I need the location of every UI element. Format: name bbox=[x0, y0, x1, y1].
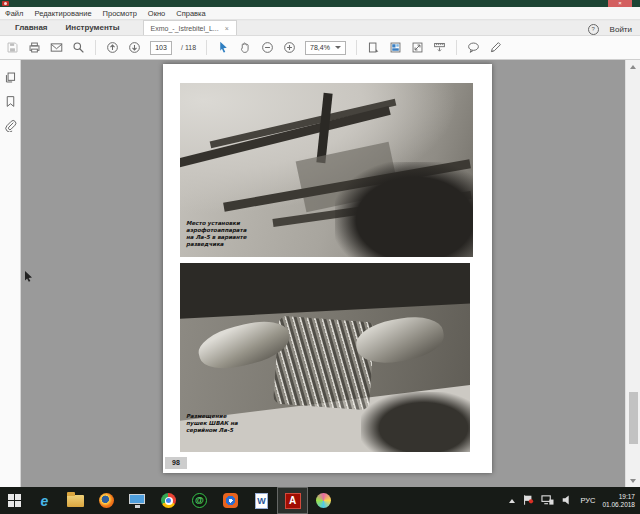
scrollbar-thumb[interactable] bbox=[629, 392, 638, 444]
zoom-out-icon[interactable] bbox=[261, 41, 274, 54]
caption-shvak-guns: Размещение пушек ШВАК на серийном Ла-5 bbox=[186, 413, 238, 434]
menu-window[interactable]: Окно bbox=[148, 9, 165, 18]
search-icon[interactable] bbox=[72, 41, 85, 54]
mail-agent-icon: @ bbox=[192, 493, 207, 508]
volume-icon[interactable] bbox=[561, 492, 573, 510]
hand-tool-icon[interactable] bbox=[239, 41, 252, 54]
caption-camera-mount: Место установки аэрофотоаппарата на Ла-5… bbox=[186, 220, 247, 248]
menu-bar: Файл Редактирование Просмотр Окно Справк… bbox=[0, 7, 640, 20]
page-view-icon[interactable] bbox=[389, 41, 402, 54]
taskbar-photo-viewer[interactable] bbox=[215, 487, 246, 514]
printed-page-number: 98 bbox=[165, 457, 187, 469]
menu-view[interactable]: Просмотр bbox=[103, 9, 137, 18]
toolbar-separator bbox=[456, 40, 457, 55]
photo1-detail bbox=[210, 99, 397, 149]
photo1-detail bbox=[335, 162, 473, 257]
email-icon[interactable] bbox=[50, 41, 63, 54]
tab-tools[interactable]: Инструменты bbox=[57, 21, 129, 35]
attachments-icon[interactable] bbox=[4, 118, 17, 131]
toolbar-separator bbox=[356, 40, 357, 55]
page-total-label: / 118 bbox=[181, 44, 196, 51]
tabbar-right-group: ? Войти bbox=[588, 23, 632, 35]
taskbar-acrobat-active[interactable]: A bbox=[277, 487, 308, 514]
chevron-down-icon bbox=[335, 46, 341, 49]
photo2-detail bbox=[361, 392, 470, 452]
zoom-level-dropdown[interactable]: 78,4% bbox=[305, 41, 346, 55]
toolbar-separator bbox=[95, 40, 96, 55]
taskbar-file-explorer[interactable] bbox=[60, 487, 91, 514]
scroll-up-arrow[interactable] bbox=[626, 60, 640, 73]
help-icon[interactable]: ? bbox=[588, 24, 599, 35]
computer-icon bbox=[129, 494, 146, 508]
vertical-scrollbar[interactable] bbox=[625, 60, 640, 487]
chrome-icon bbox=[161, 493, 176, 508]
measure-tool-icon[interactable] bbox=[433, 41, 446, 54]
tab-home[interactable]: Главная bbox=[6, 21, 57, 35]
next-page-icon[interactable] bbox=[128, 41, 141, 54]
taskbar-mail-agent[interactable]: @ bbox=[184, 487, 215, 514]
taskbar-word[interactable]: W bbox=[246, 487, 277, 514]
sign-in-button[interactable]: Войти bbox=[610, 25, 632, 34]
tab-bar: Главная Инструменты Exmo_-_Istrebitel_L.… bbox=[0, 21, 640, 36]
photo-camera-mount: Место установки аэрофотоаппарата на Ла-5… bbox=[180, 83, 473, 257]
select-tool-icon[interactable] bbox=[217, 41, 230, 54]
page-thumbnails-icon[interactable] bbox=[4, 70, 17, 83]
mouse-cursor bbox=[25, 268, 33, 286]
toolbar-separator bbox=[206, 40, 207, 55]
windows-logo-icon bbox=[8, 494, 21, 507]
acrobat-icon: A bbox=[285, 493, 301, 509]
taskbar-firefox[interactable] bbox=[91, 487, 122, 514]
scroll-down-arrow[interactable] bbox=[626, 474, 640, 487]
scrolling-mode-icon[interactable] bbox=[367, 41, 380, 54]
previous-page-icon[interactable] bbox=[106, 41, 119, 54]
clock-date: 01.06.2018 bbox=[602, 501, 635, 509]
eye-icon bbox=[223, 493, 238, 508]
pdf-page: Место установки аэрофотоаппарата на Ла-5… bbox=[163, 64, 492, 473]
zoom-level-value: 78,4% bbox=[310, 44, 330, 51]
menu-help[interactable]: Справка bbox=[176, 9, 205, 18]
internet-explorer-icon: e bbox=[41, 494, 49, 508]
photo2-detail bbox=[180, 263, 470, 319]
start-button[interactable] bbox=[0, 487, 29, 514]
page-number-input[interactable]: 103 bbox=[150, 41, 172, 55]
print-icon[interactable] bbox=[28, 41, 41, 54]
photo2-detail bbox=[273, 316, 375, 410]
taskbar-this-pc[interactable] bbox=[122, 487, 153, 514]
action-center-flag-icon[interactable] bbox=[522, 492, 534, 510]
window-close-button[interactable]: × bbox=[608, 0, 632, 7]
taskbar-chrome[interactable] bbox=[153, 487, 184, 514]
windows-taskbar: e @ W A bbox=[0, 487, 640, 514]
tab-document[interactable]: Exmo_-_Istrebitel_L... × bbox=[143, 20, 237, 35]
save-icon[interactable] bbox=[6, 41, 19, 54]
language-indicator[interactable]: РУС bbox=[580, 496, 595, 505]
clock-time: 19:17 bbox=[602, 493, 635, 501]
folder-icon bbox=[67, 495, 84, 507]
menu-file[interactable]: Файл bbox=[5, 9, 23, 18]
acrobat-window: × Файл Редактирование Просмотр Окно Спра… bbox=[0, 0, 640, 514]
firefox-icon bbox=[99, 493, 114, 508]
tab-close-icon[interactable]: × bbox=[225, 25, 229, 32]
navigation-sidebar bbox=[0, 60, 21, 487]
comment-icon[interactable] bbox=[467, 41, 480, 54]
title-bar: × bbox=[0, 0, 640, 7]
palette-icon bbox=[316, 493, 331, 508]
word-document-icon: W bbox=[255, 493, 268, 509]
hidden-icons-chevron[interactable] bbox=[509, 499, 515, 503]
system-tray: РУС 19:17 01.06.2018 bbox=[509, 492, 640, 510]
photo2-detail bbox=[353, 312, 447, 369]
photo-shvak-guns: Размещение пушек ШВАК на серийном Ла-5 bbox=[180, 263, 470, 452]
fullscreen-icon[interactable] bbox=[411, 41, 424, 54]
toolbar: 103 / 118 78,4% bbox=[0, 36, 640, 60]
zoom-in-icon[interactable] bbox=[283, 41, 296, 54]
bookmarks-icon[interactable] bbox=[4, 94, 17, 107]
tab-document-label: Exmo_-_Istrebitel_L... bbox=[151, 25, 219, 32]
taskbar-paint-app[interactable] bbox=[308, 487, 339, 514]
pencil-icon[interactable] bbox=[489, 41, 502, 54]
menu-edit[interactable]: Редактирование bbox=[34, 9, 91, 18]
taskbar-internet-explorer[interactable]: e bbox=[29, 487, 60, 514]
network-icon[interactable] bbox=[541, 492, 554, 510]
acrobat-app-icon bbox=[2, 1, 9, 6]
document-view-area[interactable]: Место установки аэрофотоаппарата на Ла-5… bbox=[21, 60, 625, 487]
clock[interactable]: 19:17 01.06.2018 bbox=[602, 493, 635, 508]
